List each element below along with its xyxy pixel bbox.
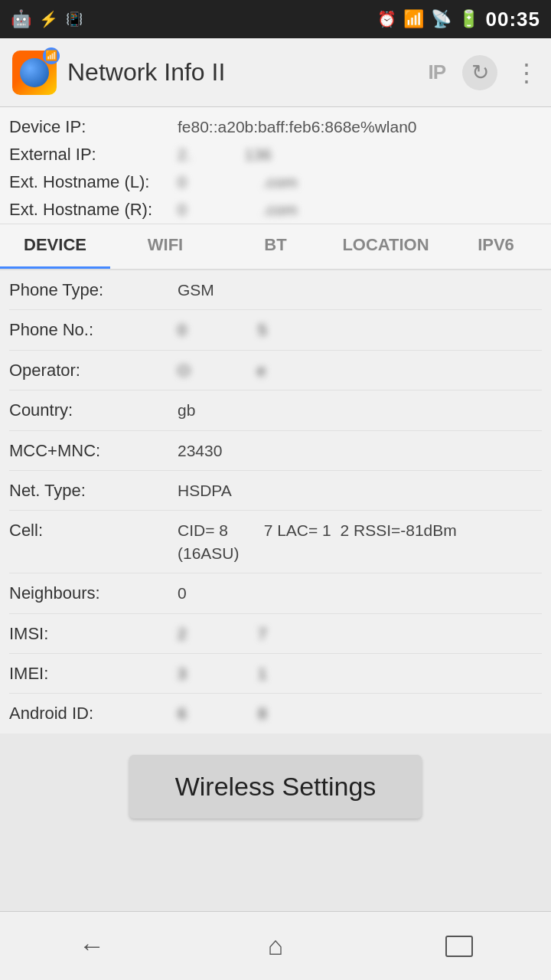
status-bar: 🤖 ⚡ 📳 ⏰ 📶 📡 🔋 00:35 (0, 0, 551, 38)
ext-hostname-l-label: Ext. Hostname (L): (9, 172, 178, 192)
phone-no-label: Phone No.: (9, 320, 178, 340)
neighbours-label: Neighbours: (9, 583, 178, 603)
phone-type-value: GSM (178, 279, 214, 301)
wifi-icon: 📶 (403, 9, 425, 29)
voicemail-icon: 📳 (66, 11, 83, 28)
country-label: Country: (9, 400, 178, 420)
external-ip-row: External IP: 2. 136 (9, 141, 542, 168)
refresh-button[interactable]: ↻ (462, 55, 497, 90)
neighbours-value: 0 (178, 582, 187, 604)
tab-location[interactable]: LOCATION (331, 224, 441, 269)
android-icon: 🤖 (11, 9, 31, 29)
external-ip-label: External IP: (9, 145, 178, 165)
tab-bt[interactable]: BT (220, 224, 331, 269)
home-icon: ⌂ (268, 931, 284, 961)
phone-type-row: Phone Type: GSM (9, 270, 542, 310)
imei-label: IMEI: (9, 664, 178, 684)
imsi-row: IMSI: 2 7 (9, 614, 542, 654)
mcc-mnc-row: MCC+MNC: 23430 (9, 431, 542, 471)
wireless-button-section: Wireless Settings (0, 733, 551, 834)
ext-hostname-r-row: Ext. Hostname (R): 0 .com (9, 196, 542, 224)
app-title: Network Info II (67, 58, 428, 87)
net-type-value: HSDPA (178, 479, 232, 501)
android-id-value: 6 8 (178, 702, 267, 724)
imei-row: IMEI: 3 1 (9, 654, 542, 694)
refresh-icon: ↻ (471, 60, 489, 85)
device-ip-value: fe80::a20b:baff:feb6:868e%wlan0 (178, 118, 417, 136)
imsi-label: IMSI: (9, 624, 178, 644)
cell-value: CID= 8 7 LAC= 1 2 RSSI=-81dBm(16ASU) (178, 519, 457, 564)
country-row: Country: gb (9, 390, 542, 430)
tab-wifi[interactable]: WIFI (110, 224, 220, 269)
operator-row: Operator: O e (9, 351, 542, 390)
recents-icon (445, 936, 473, 957)
device-ip-label: Device IP: (9, 117, 178, 137)
android-id-row: Android ID: 6 8 (9, 694, 542, 733)
imei-value: 3 1 (178, 662, 267, 684)
ext-hostname-l-row: Ext. Hostname (L): 0 .com (9, 168, 542, 196)
imsi-value: 2 7 (178, 622, 267, 645)
wireless-settings-button[interactable]: Wireless Settings (129, 755, 422, 818)
info-header: Device IP: fe80::a20b:baff:feb6:868e%wla… (0, 107, 551, 224)
mcc-mnc-label: MCC+MNC: (9, 441, 178, 461)
cell-row: Cell: CID= 8 7 LAC= 1 2 RSSI=-81dBm(16AS… (9, 511, 542, 573)
mcc-mnc-value: 23430 (178, 439, 222, 462)
device-section: Phone Type: GSM Phone No.: 0 5 Operator:… (0, 270, 551, 733)
ext-hostname-r-value: 0 .com (178, 201, 297, 219)
cell-label: Cell: (9, 521, 178, 541)
ip-button[interactable]: IP (428, 60, 445, 84)
battery-icon: 🔋 (458, 9, 480, 29)
country-value: gb (178, 399, 195, 421)
phone-no-row: Phone No.: 0 5 (9, 310, 542, 350)
more-button[interactable]: ⋮ (514, 58, 539, 87)
external-ip-value: 2. 136 (178, 145, 272, 164)
android-id-label: Android ID: (9, 704, 178, 724)
operator-value: O e (178, 359, 266, 381)
phone-type-label: Phone Type: (9, 280, 178, 300)
tab-bar: DEVICE WIFI BT LOCATION IPV6 (0, 224, 551, 270)
device-ip-row: Device IP: fe80::a20b:baff:feb6:868e%wla… (9, 113, 542, 141)
ext-hostname-r-label: Ext. Hostname (R): (9, 200, 178, 220)
app-icon: 📶 (12, 51, 57, 95)
phone-no-value: 0 5 (178, 318, 267, 341)
back-icon: ← (79, 931, 105, 961)
net-type-row: Net. Type: HSDPA (9, 471, 542, 511)
bottom-nav: ← ⌂ (0, 911, 551, 980)
tab-device[interactable]: DEVICE (0, 224, 110, 269)
recents-button[interactable] (429, 923, 490, 969)
home-button[interactable]: ⌂ (245, 923, 306, 969)
ext-hostname-l-value: 0 .com (178, 173, 297, 191)
operator-label: Operator: (9, 361, 178, 381)
app-bar: 📶 Network Info II IP ↻ ⋮ (0, 38, 551, 107)
tab-ipv6[interactable]: IPV6 (441, 224, 551, 269)
signal-icon: 📡 (431, 9, 452, 29)
net-type-label: Net. Type: (9, 481, 178, 501)
neighbours-row: Neighbours: 0 (9, 573, 542, 613)
usb-icon: ⚡ (39, 10, 58, 28)
back-button[interactable]: ← (61, 923, 122, 969)
clock: 00:35 (486, 8, 541, 31)
alarm-icon: ⏰ (377, 10, 397, 28)
